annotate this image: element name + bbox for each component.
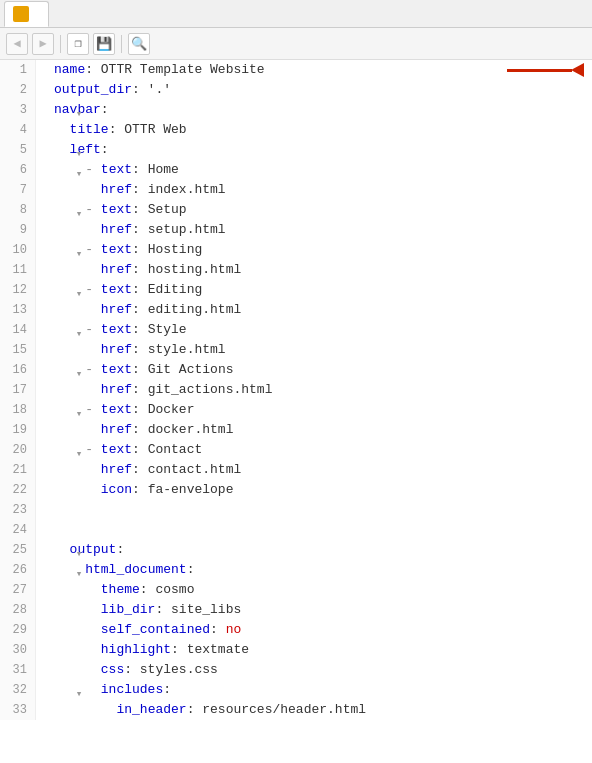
- line-row: 24: [0, 520, 592, 540]
- line-code: self_contained: no: [50, 620, 592, 640]
- line-number: 1: [0, 60, 36, 80]
- search-button[interactable]: 🔍: [128, 33, 150, 55]
- line-row: 4 title: OTTR Web: [0, 120, 592, 140]
- line-number: 33: [0, 700, 36, 720]
- line-code: href: editing.html: [50, 300, 592, 320]
- line-row: 8▾ - text: Setup: [0, 200, 592, 220]
- line-row: 5▾ left:: [0, 140, 592, 160]
- line-code: - text: Docker: [50, 400, 592, 420]
- forward-button[interactable]: ▶: [32, 33, 54, 55]
- file-tab[interactable]: [4, 1, 49, 27]
- line-code: - text: Hosting: [50, 240, 592, 260]
- back-icon: ◀: [13, 36, 20, 51]
- line-number: 19: [0, 420, 36, 440]
- tab-bar: [0, 0, 592, 28]
- line-number: 20: [0, 440, 36, 460]
- line-row: 22 icon: fa-envelope: [0, 480, 592, 500]
- line-number: 29: [0, 620, 36, 640]
- copy-icon: ❐: [74, 36, 81, 51]
- search-icon: 🔍: [131, 36, 147, 52]
- line-row: 2output_dir: '.': [0, 80, 592, 100]
- editor: 1name: OTTR Template Website2output_dir:…: [0, 60, 592, 763]
- line-code: - text: Setup: [50, 200, 592, 220]
- line-code: icon: fa-envelope: [50, 480, 592, 500]
- line-number: 23: [0, 500, 36, 520]
- line-number: 31: [0, 660, 36, 680]
- line-code: - text: Git Actions: [50, 360, 592, 380]
- save-icon: 💾: [96, 36, 112, 52]
- line-code: href: docker.html: [50, 420, 592, 440]
- line-number: 8: [0, 200, 36, 220]
- copy-button[interactable]: ❐: [67, 33, 89, 55]
- line-number: 27: [0, 580, 36, 600]
- line-row: 33 in_header: resources/header.html: [0, 700, 592, 720]
- line-row: 25▾ output:: [0, 540, 592, 560]
- line-code: navbar:: [50, 100, 592, 120]
- line-code: [50, 520, 592, 540]
- yaml-icon: [13, 6, 29, 22]
- back-button[interactable]: ◀: [6, 33, 28, 55]
- separator-2: [121, 35, 122, 53]
- line-row: 20▾ - text: Contact: [0, 440, 592, 460]
- line-number: 25: [0, 540, 36, 560]
- line-code: left:: [50, 140, 592, 160]
- line-number: 13: [0, 300, 36, 320]
- line-code: href: hosting.html: [50, 260, 592, 280]
- line-code: css: styles.css: [50, 660, 592, 680]
- line-code: html_document:: [50, 560, 592, 580]
- annotation-arrow: [507, 63, 584, 77]
- line-number: 14: [0, 320, 36, 340]
- line-code: output:: [50, 540, 592, 560]
- line-number: 2: [0, 80, 36, 100]
- line-number: 24: [0, 520, 36, 540]
- line-number: 12: [0, 280, 36, 300]
- line-row: 13 href: editing.html: [0, 300, 592, 320]
- line-row: 32▾ includes:: [0, 680, 592, 700]
- separator-1: [60, 35, 61, 53]
- line-row: 14▾ - text: Style: [0, 320, 592, 340]
- line-code: href: setup.html: [50, 220, 592, 240]
- line-code: title: OTTR Web: [50, 120, 592, 140]
- line-code: - text: Style: [50, 320, 592, 340]
- line-row: 31 css: styles.css: [0, 660, 592, 680]
- line-row: 7 href: index.html: [0, 180, 592, 200]
- line-number: 28: [0, 600, 36, 620]
- line-code: highlight: textmate: [50, 640, 592, 660]
- line-number: 11: [0, 260, 36, 280]
- line-number: 10: [0, 240, 36, 260]
- line-code: href: contact.html: [50, 460, 592, 480]
- line-code: output_dir: '.': [50, 80, 592, 100]
- save-button[interactable]: 💾: [93, 33, 115, 55]
- line-row: 28 lib_dir: site_libs: [0, 600, 592, 620]
- line-number: 15: [0, 340, 36, 360]
- line-code: - text: Home: [50, 160, 592, 180]
- line-row: 17 href: git_actions.html: [0, 380, 592, 400]
- forward-icon: ▶: [39, 36, 46, 51]
- line-number: 9: [0, 220, 36, 240]
- line-number: 30: [0, 640, 36, 660]
- line-row: 26▾ html_document:: [0, 560, 592, 580]
- line-number: 17: [0, 380, 36, 400]
- line-number: 5: [0, 140, 36, 160]
- line-number: 26: [0, 560, 36, 580]
- line-row: 11 href: hosting.html: [0, 260, 592, 280]
- line-row: 18▾ - text: Docker: [0, 400, 592, 420]
- line-number: 22: [0, 480, 36, 500]
- line-code: lib_dir: site_libs: [50, 600, 592, 620]
- line-row: 1name: OTTR Template Website: [0, 60, 592, 80]
- line-row: 15 href: style.html: [0, 340, 592, 360]
- line-number: 3: [0, 100, 36, 120]
- line-number: 4: [0, 120, 36, 140]
- line-code: includes:: [50, 680, 592, 700]
- line-row: 10▾ - text: Hosting: [0, 240, 592, 260]
- line-number: 32: [0, 680, 36, 700]
- line-number: 21: [0, 460, 36, 480]
- line-row: 6▾ - text: Home: [0, 160, 592, 180]
- line-row: 9 href: setup.html: [0, 220, 592, 240]
- line-row: 12▾ - text: Editing: [0, 280, 592, 300]
- line-code: in_header: resources/header.html: [50, 700, 592, 720]
- line-row: 27 theme: cosmo: [0, 580, 592, 600]
- line-code: theme: cosmo: [50, 580, 592, 600]
- line-code: - text: Editing: [50, 280, 592, 300]
- line-number: 6: [0, 160, 36, 180]
